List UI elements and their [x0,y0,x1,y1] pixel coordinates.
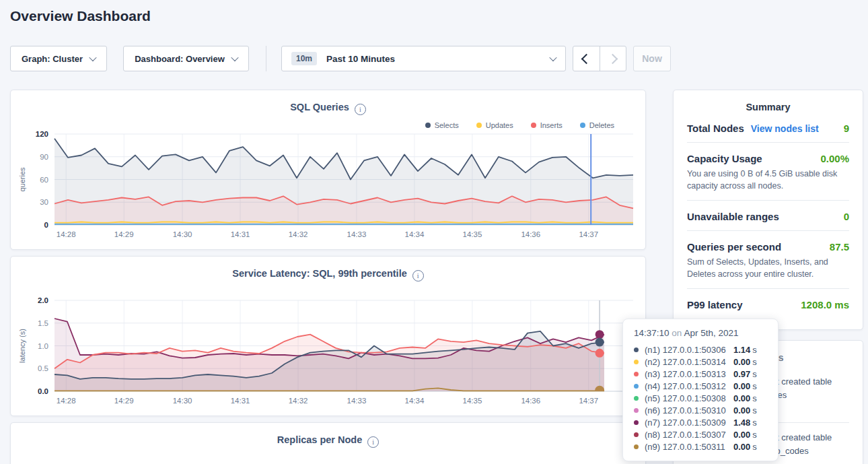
tooltip-node-row: (n9) 127.0.0.1:503110.00s [634,440,767,453]
graph-dropdown[interactable]: Graph: Cluster [10,46,107,71]
replicas-card: Replicas per Nodei [10,422,646,464]
tooltip-node-address: (n6) 127.0.0.1:50310 [645,405,733,416]
summary-stat-label: Total Nodes [687,123,744,134]
x-tick-label: 14:28 [57,397,76,405]
x-tick-label: 14:34 [405,230,425,238]
tooltip-node-row: (n7) 127.0.0.1:503091.48s [634,416,767,428]
x-tick-label: 14:32 [289,230,308,238]
tooltip-node-unit: s [752,430,757,440]
x-tick-label: 14:34 [405,397,425,405]
node-color-dot-icon [634,384,639,389]
replicas-title-text: Replicas per Node [277,434,363,445]
tooltip-timestamp: 14:37:10 on Apr 5th, 2021 [634,328,767,338]
summary-stat-value: 1208.0 ms [801,299,849,310]
time-range-badge: 10m [291,52,317,65]
node-color-dot-icon [634,360,639,364]
time-prev-button[interactable] [573,46,600,71]
latency-card: Service Latency: SQL, 99th percentilei 1… [10,256,646,416]
chevron-down-icon [231,54,238,61]
node-color-dot-icon [634,347,639,352]
x-tick-label: 14:29 [114,230,134,238]
dashboard-dropdown[interactable]: Dashboard: Overview [123,46,249,71]
tooltip-node-unit: s [752,381,757,391]
summary-stat-value: 87.5 [830,241,849,253]
hover-data-dot [595,386,604,395]
y-axis-label: queries [18,167,26,192]
tooltip-node-address: (n3) 127.0.0.1:50313 [645,369,733,379]
controls-divider [266,46,266,71]
info-icon[interactable]: i [367,436,379,448]
sql-queries-chart[interactable]: 14:2814:2914:3014:3114:3214:3314:3414:35… [11,127,646,245]
summary-stat-row: P99 latency1208.0 ms [687,299,849,310]
chart-hover-tooltip: 14:37:10 on Apr 5th, 2021 (n1) 127.0.0.1… [622,319,779,461]
latency-chart[interactable]: 14:2814:2914:3014:3114:3214:3314:3414:35… [11,290,646,408]
time-range-dropdown[interactable]: 10m Past 10 Minutes [281,46,566,71]
node-color-dot-icon [634,372,639,376]
x-tick-label: 14:33 [347,397,367,405]
page-title: Overview Dashboard [10,8,151,24]
summary-stat-label: Capacity Usage [687,153,762,164]
tooltip-node-row: (n3) 127.0.0.1:503130.97s [634,368,767,380]
hover-data-dot [595,330,604,339]
tooltip-node-row: (n5) 127.0.0.1:503080.00s [634,392,767,404]
dashboard-dropdown-label: Dashboard: Overview [135,54,225,64]
now-button[interactable]: Now [633,46,671,71]
tooltip-node-value: 0.00 [733,442,750,452]
x-tick-label: 14:30 [173,230,192,238]
tooltip-node-value: 1.48 [733,418,750,428]
time-next-button[interactable] [600,46,626,71]
tooltip-node-value: 0.97 [733,369,750,379]
tooltip-node-value: 0.00 [733,430,750,440]
x-tick-label: 14:30 [173,397,192,405]
tooltip-node-unit: s [752,442,757,452]
tooltip-date: Apr 5th, 2021 [684,328,738,338]
summary-stat-label: P99 latency [687,299,743,310]
view-nodes-list-link[interactable]: View nodes list [751,123,819,134]
x-tick-label: 14:28 [57,230,76,238]
x-tick-label: 14:37 [579,230,598,238]
tooltip-node-row: (n2) 127.0.0.1:503140.00s [634,356,767,368]
latency-title-text: Service Latency: SQL, 99th percentile [232,268,407,279]
y-tick-label: 30 [40,198,48,206]
chevron-left-icon [581,53,591,64]
tooltip-node-unit: s [752,418,757,428]
tooltip-node-unit: s [752,369,757,379]
tooltip-time: 14:37:10 [634,328,670,338]
summary-stat-row: Capacity Usage0.00% [687,153,849,164]
chevron-down-icon [89,54,96,61]
tooltip-node-value: 1.14 [733,345,750,355]
tooltip-node-unit: s [752,393,757,403]
summary-stat-row: Unavailable ranges0 [687,211,849,222]
summary-stat-value: 0 [844,211,849,222]
tooltip-node-address: (n4) 127.0.0.1:50312 [645,381,733,391]
y-tick-label: 0 [44,221,48,229]
x-tick-label: 14:33 [347,230,367,238]
info-icon[interactable]: i [412,270,424,281]
tooltip-node-row: (n1) 127.0.0.1:503061.14s [634,343,767,356]
node-color-dot-icon [634,420,639,425]
summary-stat-label: Unavailable ranges [687,211,779,222]
tooltip-node-row: (n4) 127.0.0.1:503120.00s [634,380,767,392]
info-icon[interactable]: i [355,104,366,115]
y-tick-label: 60 [40,176,48,184]
x-tick-label: 14:35 [463,397,482,405]
time-step-buttons [573,46,626,71]
x-tick-label: 14:36 [521,397,540,405]
summary-stat-description: Sum of Selects, Updates, Inserts, and De… [687,256,849,280]
y-tick-label: 0.5 [38,364,48,372]
summary-title: Summary [674,102,863,112]
node-color-dot-icon [634,408,639,413]
x-tick-label: 14:32 [289,397,308,405]
replicas-title: Replicas per Nodei [11,434,645,448]
node-color-dot-icon [634,432,639,437]
x-tick-label: 14:35 [463,230,482,238]
tooltip-node-address: (n7) 127.0.0.1:50309 [645,418,733,428]
hover-data-dot [595,349,604,358]
summary-stat-value: 9 [844,123,849,134]
chevron-right-icon [608,53,618,64]
summary-stat-label: Queries per second [687,241,781,253]
summary-stat-description: You are using 0 B of 4.5 GiB usable disk… [687,168,849,192]
y-tick-label: 0.0 [38,387,48,395]
y-tick-label: 120 [36,130,48,138]
tooltip-node-address: (n1) 127.0.0.1:50306 [645,345,733,355]
